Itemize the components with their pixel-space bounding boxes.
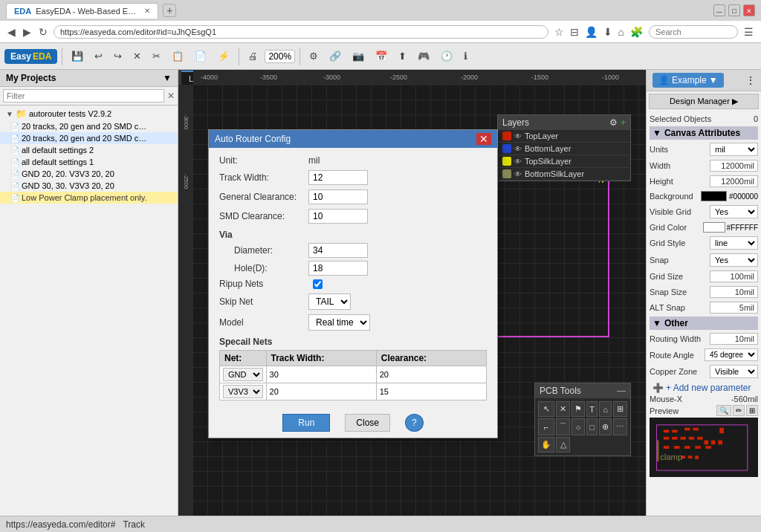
run-button[interactable]: Run (282, 414, 330, 432)
filter-input[interactable] (3, 89, 164, 103)
tree-item-7[interactable]: 📄 Low Power Clamp placement only. (0, 192, 178, 204)
layer-top[interactable]: 👁 TopLayer (498, 130, 630, 143)
profile-icon[interactable]: 👤 (583, 25, 599, 39)
layer-eye-bottomsilk[interactable]: 👁 (514, 170, 522, 178)
tool-route[interactable]: ✕ (556, 401, 570, 417)
zoom-level[interactable]: 200% (265, 50, 295, 63)
new-tab-button[interactable]: + (163, 4, 176, 17)
layer-eye-topsilk[interactable]: 👁 (514, 158, 522, 166)
track-cell-1[interactable] (266, 366, 376, 383)
model-select[interactable]: Real time (308, 314, 370, 331)
layers-add-icon[interactable]: + (621, 117, 626, 128)
export-button[interactable]: ⬆ (394, 48, 411, 64)
game-button[interactable]: 🎮 (413, 48, 434, 64)
menu-icon[interactable]: ☰ (742, 25, 755, 39)
tool-trace[interactable]: ⌐ (538, 418, 554, 435)
history-button[interactable]: 🕐 (436, 48, 457, 64)
tree-item-4[interactable]: 📄 all default settings 1 (0, 156, 178, 168)
layer-bottom[interactable]: 👁 BottomLayer (498, 143, 630, 155)
account-button[interactable]: 👤 Example ▼ (652, 73, 724, 88)
smd-clearance-input[interactable] (308, 209, 368, 224)
grid-style-select[interactable]: line (710, 236, 758, 250)
layer-bottomsilk[interactable]: 👁 BottomSilkLayer (498, 168, 630, 181)
cut-button[interactable]: ✂ (148, 48, 165, 64)
extension-icon[interactable]: 🧩 (629, 25, 644, 39)
clearance-input-1[interactable] (380, 370, 483, 379)
tree-root[interactable]: ▼ 📁 autorouter tests V2.9.2 (0, 107, 178, 120)
help-button[interactable]: ? (405, 414, 424, 432)
copper-zone-select[interactable]: Visible (710, 365, 758, 378)
tool-rect[interactable]: □ (586, 418, 598, 435)
filter-clear-icon[interactable]: ✕ (167, 91, 175, 101)
general-clearance-input[interactable] (308, 189, 368, 204)
track-cell-2[interactable] (266, 383, 376, 400)
ripup-checkbox[interactable] (313, 279, 323, 289)
close-dialog-button[interactable]: Close (345, 414, 390, 432)
address-input[interactable] (54, 25, 548, 39)
delete-button[interactable]: ✕ (129, 48, 146, 64)
search-input[interactable] (649, 25, 738, 39)
background-color-swatch[interactable] (701, 191, 727, 201)
paste-button[interactable]: 📄 (190, 48, 211, 64)
download-icon[interactable]: ⬇ (602, 25, 614, 39)
browser-tab[interactable]: EDA EasyEDA - Web-Based EDA... ✕ (6, 3, 158, 19)
close-button[interactable] (743, 4, 755, 16)
clearance-cell-2[interactable] (376, 383, 486, 400)
clearance-cell-1[interactable] (376, 366, 486, 383)
tree-item-3[interactable]: 📄 all default settings 2 (0, 144, 178, 156)
track-input-1[interactable] (270, 370, 373, 379)
tree-item-6[interactable]: 📄 GND 30, 30. V3V3 20, 20 (0, 180, 178, 192)
add-parameter-button[interactable]: ➕ + Add new parameter (650, 381, 758, 395)
net-select-2[interactable]: V3V3 (223, 385, 263, 398)
pcb-tools-minimize-icon[interactable]: — (617, 386, 626, 396)
dialog-close-button[interactable]: ✕ (476, 133, 491, 145)
copy-button[interactable]: 📋 (167, 48, 188, 64)
refresh-button[interactable]: ↻ (37, 25, 49, 39)
grid-color-swatch[interactable] (703, 222, 725, 233)
track-input-2[interactable] (270, 387, 373, 396)
undo-button[interactable]: ↩ (90, 48, 107, 64)
minimize-button[interactable] (713, 4, 725, 16)
visible-grid-select[interactable]: Yes (710, 205, 758, 218)
net-select-1[interactable]: GND (223, 368, 263, 381)
tool-arc[interactable]: ⌒ (556, 418, 570, 435)
tool-circle[interactable]: ○ (571, 418, 585, 435)
snap-select[interactable]: Yes (710, 253, 758, 267)
diameter-input[interactable] (308, 243, 368, 258)
redo-button[interactable]: ↪ (109, 48, 126, 64)
bookmark-icon[interactable]: ☆ (553, 25, 566, 39)
preview-edit-icon[interactable]: ✏ (733, 405, 745, 416)
tool-component[interactable]: ⌂ (599, 401, 612, 417)
layer-eye-top[interactable]: 👁 (514, 132, 522, 140)
back-button[interactable]: ◀ (6, 25, 17, 39)
info-button[interactable]: ℹ (459, 48, 472, 64)
preview-search-icon[interactable]: 🔍 (716, 405, 731, 416)
maximize-button[interactable] (728, 4, 740, 16)
home-icon[interactable]: ⌂ (617, 25, 626, 39)
panel-options-icon[interactable]: ⋮ (746, 75, 755, 85)
tree-item-1[interactable]: 📄 20 tracks, 20 gen and 20 SMD clearar..… (0, 120, 178, 132)
symbol-button[interactable]: ⚡ (213, 48, 234, 64)
tool-polygon[interactable]: △ (556, 437, 570, 452)
design-manager-button[interactable]: Design Manager ▶ (649, 94, 759, 109)
clearance-input-2[interactable] (380, 387, 483, 396)
tool-flag[interactable]: ⚑ (571, 401, 585, 417)
tree-item-2[interactable]: 📄 20 tracks, 20 gen and 20 SMD clearar..… (0, 132, 178, 144)
hole-input[interactable] (308, 261, 368, 276)
layer-topsilk[interactable]: 👁 TopSilkLayer (498, 155, 630, 168)
units-select[interactable]: mil (710, 143, 758, 156)
canvas-main[interactable]: clamp N Lay (193, 85, 646, 516)
calendar-button[interactable]: 📅 (371, 48, 392, 64)
tool-grid[interactable]: ⊞ (613, 401, 627, 417)
tab-close-icon[interactable]: ✕ (144, 7, 150, 15)
tool-measure[interactable]: ⋯ (613, 418, 627, 435)
skip-net-select[interactable]: TAIL (308, 293, 351, 310)
bookmark-list-icon[interactable]: ⊟ (569, 25, 580, 39)
tree-item-5[interactable]: 📄 GND 20, 20. V3V3 20, 20 (0, 168, 178, 180)
layer-eye-bottom[interactable]: 👁 (514, 145, 522, 153)
layers-settings-icon[interactable]: ⚙ (609, 117, 618, 128)
tool-text[interactable]: T (586, 401, 598, 417)
tool-select[interactable]: ↖ (538, 401, 554, 417)
save-button[interactable]: 💾 (67, 48, 88, 64)
settings-button[interactable]: ⚙ (305, 48, 323, 64)
